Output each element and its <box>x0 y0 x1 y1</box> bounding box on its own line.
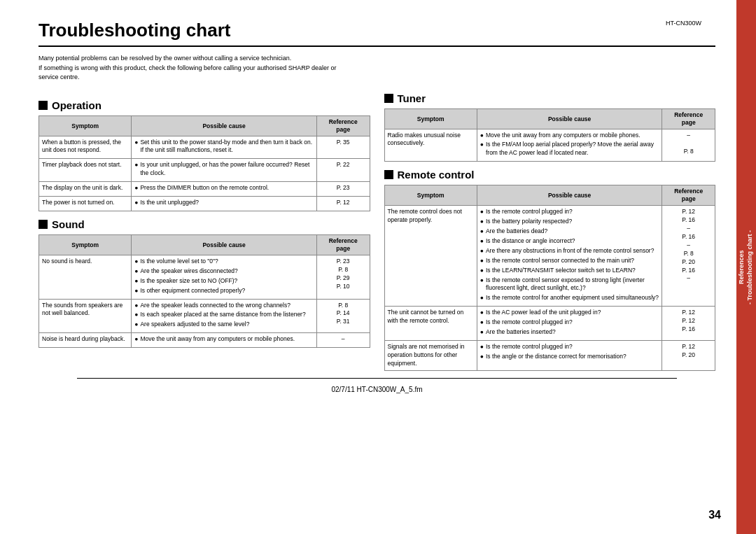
operation-title: Operation <box>52 99 102 111</box>
snd-row1-ref: P. 23P. 8P. 29P. 10 <box>316 255 370 300</box>
tnr-row1-cause: ●Move the unit away from any computers o… <box>477 129 662 162</box>
table-row: Timer playback does not start. ●Is your … <box>39 159 370 182</box>
sound-table: Symptom Possible cause Referencepage No … <box>38 234 370 348</box>
right-tab-line1: References <box>738 250 745 284</box>
tnr-row1-ref: –P. 8 <box>662 129 715 162</box>
page: HT-CN300W Troubleshooting chart Many pot… <box>0 0 756 534</box>
tuner-title: Tuner <box>398 92 426 104</box>
two-column-layout: Operation Symptom Possible cause Referen… <box>38 92 715 378</box>
rmt-row3-ref: P. 12P. 20 <box>662 340 715 370</box>
table-row: Radio makes unusual noise consecutively.… <box>384 129 715 162</box>
op-row2-cause: ●Is your unit unplugged, or has the powe… <box>132 159 317 182</box>
remote-title: Remote control <box>398 169 475 181</box>
rmt-th-symptom: Symptom <box>384 185 477 206</box>
footer: 02/7/11 HT-CN300W_A_5.fm <box>77 378 677 402</box>
rmt-row2-ref: P. 12P. 12P. 16 <box>662 307 715 341</box>
op-th-symptom: Symptom <box>39 115 132 136</box>
rmt-row3-cause: ●Is the remote control plugged in? ●Is t… <box>477 340 662 370</box>
page-title: Troubleshooting chart <box>38 20 715 47</box>
operation-table: Symptom Possible cause Referencepage Whe… <box>38 115 370 211</box>
rmt-th-cause: Possible cause <box>477 185 662 206</box>
operation-square-icon <box>38 101 48 110</box>
operation-section-header: Operation <box>38 99 370 111</box>
snd-th-symptom: Symptom <box>39 234 132 255</box>
snd-row3-symptom: Noise is heard during playback. <box>39 333 132 348</box>
snd-row2-symptom: The sounds from speakers are not well ba… <box>39 299 132 333</box>
footer-text: 02/7/11 HT-CN300W_A_5.fm <box>331 386 422 393</box>
remote-square-icon <box>384 170 393 179</box>
tuner-table: Symptom Possible cause Referencepage Rad… <box>384 108 716 162</box>
snd-row2-cause: ●Are the speaker leads connected to the … <box>132 299 317 333</box>
left-column: Operation Symptom Possible cause Referen… <box>38 92 370 378</box>
op-th-cause: Possible cause <box>132 115 317 136</box>
page-number: 34 <box>708 509 721 521</box>
intro-line-1: Many potential problems can be resolved … <box>38 55 291 62</box>
sound-title: Sound <box>52 218 85 230</box>
tuner-square-icon <box>384 94 393 103</box>
op-th-ref: Referencepage <box>316 115 370 136</box>
op-row4-ref: P. 12 <box>316 197 370 211</box>
intro-line-2: If something is wrong with this product,… <box>38 64 337 81</box>
op-row1-cause: ●Set this unit to the power stand-by mod… <box>132 136 317 159</box>
table-row: Noise is heard during playback. ●Move th… <box>39 333 370 348</box>
rmt-row2-cause: ●Is the AC power lead of the unit plugge… <box>477 307 662 341</box>
op-row4-cause: ●Is the unit unplugged? <box>132 197 317 211</box>
tnr-th-cause: Possible cause <box>477 108 662 129</box>
rmt-row1-symptom: The remote control does not operate prop… <box>384 206 477 307</box>
op-row3-cause: ●Press the DIMMER button on the remote c… <box>132 182 317 197</box>
tuner-section-header: Tuner <box>384 92 716 104</box>
rmt-row1-cause: ●Is the remote control plugged in? ●Is t… <box>477 206 662 307</box>
op-row1-symptom: When a button is pressed, the unit does … <box>39 136 132 159</box>
snd-row1-symptom: No sound is heard. <box>39 255 132 300</box>
op-row2-ref: P. 22 <box>316 159 370 182</box>
snd-row3-ref: – <box>316 333 370 348</box>
snd-row2-ref: P. 8P. 14P. 31 <box>316 299 370 333</box>
table-row: The remote control does not operate prop… <box>384 206 715 307</box>
rmt-row2-symptom: The unit cannot be turned on with the re… <box>384 307 477 341</box>
table-row: The sounds from speakers are not well ba… <box>39 299 370 333</box>
op-row4-symptom: The power is not turned on. <box>39 197 132 211</box>
tnr-th-symptom: Symptom <box>384 108 477 129</box>
rmt-th-ref: Referencepage <box>662 185 715 206</box>
model-number: HT-CN300W <box>666 20 701 27</box>
table-row: No sound is heard. ●Is the volume level … <box>39 255 370 300</box>
snd-th-cause: Possible cause <box>132 234 317 255</box>
op-row3-ref: P. 23 <box>316 182 370 197</box>
op-row2-symptom: Timer playback does not start. <box>39 159 132 182</box>
rmt-row1-ref: P. 12P. 16–P. 16–P. 8P. 20P. 16– <box>662 206 715 307</box>
table-row: Signals are not memorised in operation b… <box>384 340 715 370</box>
table-row: The power is not turned on. ●Is the unit… <box>39 197 370 211</box>
right-tab-text: References - Troubleshooting chart - <box>738 230 754 304</box>
tnr-row1-symptom: Radio makes unusual noise consecutively. <box>384 129 477 162</box>
snd-row3-cause: ●Move the unit away from any computers o… <box>132 333 317 348</box>
main-content: HT-CN300W Troubleshooting chart Many pot… <box>0 0 736 534</box>
rmt-row3-symptom: Signals are not memorised in operation b… <box>384 340 477 370</box>
op-row1-ref: P. 35 <box>316 136 370 159</box>
sound-section-header: Sound <box>38 218 370 230</box>
op-row3-symptom: The display on the unit is dark. <box>39 182 132 197</box>
sound-square-icon <box>38 220 48 229</box>
snd-row1-cause: ●Is the volume level set to "0"? ●Are th… <box>132 255 317 300</box>
snd-th-ref: Referencepage <box>316 234 370 255</box>
right-tab-line2: - Troubleshooting chart - <box>746 230 753 304</box>
right-tab: References - Troubleshooting chart - <box>736 0 756 534</box>
remote-table: Symptom Possible cause Referencepage The… <box>384 185 716 370</box>
table-row: The display on the unit is dark. ●Press … <box>39 182 370 197</box>
right-column: Tuner Symptom Possible cause Referencepa… <box>384 92 716 378</box>
table-row: When a button is pressed, the unit does … <box>39 136 370 159</box>
intro-text: Many potential problems can be resolved … <box>38 54 340 83</box>
table-row: The unit cannot be turned on with the re… <box>384 307 715 341</box>
tnr-th-ref: Referencepage <box>662 108 715 129</box>
remote-section-header: Remote control <box>384 169 716 181</box>
